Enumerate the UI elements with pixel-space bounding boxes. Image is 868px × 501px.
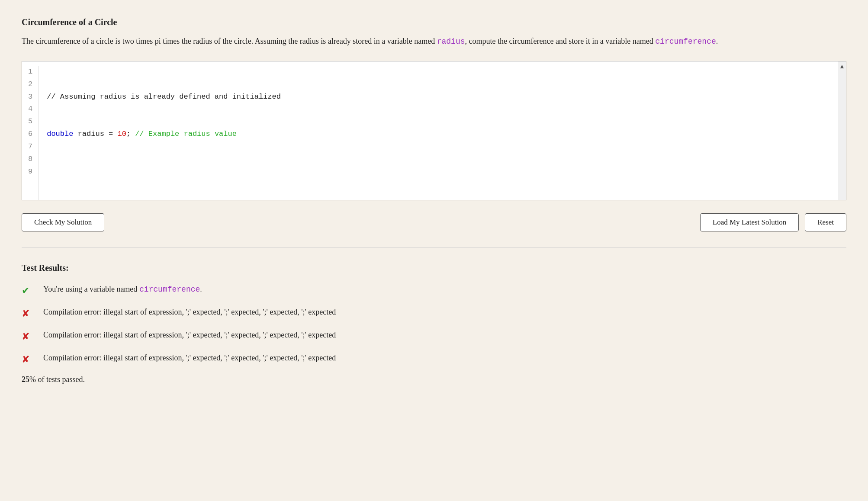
- test-result-item-1: ✔ You're using a variable named circumfe…: [22, 283, 846, 298]
- pass-label: % of tests passed.: [29, 375, 85, 384]
- test-result-item-4: ✘ Compilation error: illegal start of ex…: [22, 352, 846, 366]
- result-text-4: Compilation error: illegal start of expr…: [43, 352, 846, 364]
- line-num-6: 6: [28, 128, 32, 141]
- button-row: Check My Solution Load My Latest Solutio…: [22, 213, 846, 231]
- result-text-after-1: .: [200, 285, 202, 293]
- pass-percentage: 25% of tests passed.: [22, 375, 846, 384]
- pass-percent-value: 25: [22, 375, 29, 384]
- result-text-2: Compilation error: illegal start of expr…: [43, 306, 846, 318]
- test-result-item-2: ✘ Compilation error: illegal start of ex…: [22, 306, 846, 321]
- description-after: .: [716, 37, 718, 45]
- code-editor-scroll[interactable]: 1 2 3 4 5 6 7 8 9 // Assuming radius is …: [22, 61, 846, 200]
- description: The circumference of a circle is two tim…: [22, 35, 846, 48]
- test-results-section: Test Results: ✔ You're using a variable …: [22, 263, 846, 384]
- line-num-1: 1: [28, 66, 32, 78]
- scroll-up-arrow[interactable]: ▲: [837, 61, 846, 72]
- line-num-9: 9: [28, 166, 32, 178]
- line-num-3: 3: [28, 91, 32, 103]
- result-text-before-1: You're using a variable named: [43, 285, 139, 293]
- load-solution-button[interactable]: Load My Latest Solution: [700, 213, 799, 231]
- test-result-item-3: ✘ Compilation error: illegal start of ex…: [22, 329, 846, 344]
- code-editor-container: 1 2 3 4 5 6 7 8 9 // Assuming radius is …: [22, 61, 846, 200]
- btn-right: Load My Latest Solution Reset: [700, 213, 846, 231]
- description-inline1: radius: [437, 37, 465, 46]
- code-area: 1 2 3 4 5 6 7 8 9 // Assuming radius is …: [22, 61, 846, 200]
- result-icon-fail-2: ✘: [22, 306, 43, 321]
- result-icon-fail-4: ✘: [22, 352, 43, 366]
- description-inline2: circumference: [655, 37, 716, 46]
- page-title: Circumference of a Circle: [22, 17, 846, 27]
- btn-left: Check My Solution: [22, 213, 104, 231]
- line-num-7: 7: [28, 141, 32, 153]
- line-numbers: 1 2 3 4 5 6 7 8 9: [22, 66, 39, 200]
- scrollbar-indicator: ▲: [838, 61, 846, 200]
- line-num-2: 2: [28, 78, 32, 91]
- code-line-1: // Assuming radius is already defined an…: [47, 91, 838, 103]
- reset-button[interactable]: Reset: [805, 213, 846, 231]
- line-num-5: 5: [28, 116, 32, 128]
- line-num-4: 4: [28, 103, 32, 116]
- code-line-3: [47, 166, 838, 178]
- code-lines[interactable]: // Assuming radius is already defined an…: [39, 66, 846, 200]
- result-text-3: Compilation error: illegal start of expr…: [43, 329, 846, 341]
- check-solution-button[interactable]: Check My Solution: [22, 213, 104, 231]
- result-text-1: You're using a variable named circumfere…: [43, 283, 846, 295]
- description-before: The circumference of a circle is two tim…: [22, 37, 437, 45]
- code-line-2: double radius = 10; // Example radius va…: [47, 128, 838, 141]
- result-inline-1: circumference: [139, 285, 200, 294]
- test-results-title: Test Results:: [22, 263, 846, 273]
- section-divider: [22, 247, 846, 247]
- result-icon-fail-3: ✘: [22, 329, 43, 344]
- result-icon-pass-1: ✔: [22, 283, 43, 298]
- line-num-8: 8: [28, 153, 32, 166]
- description-middle: , compute the circumference and store it…: [465, 37, 655, 45]
